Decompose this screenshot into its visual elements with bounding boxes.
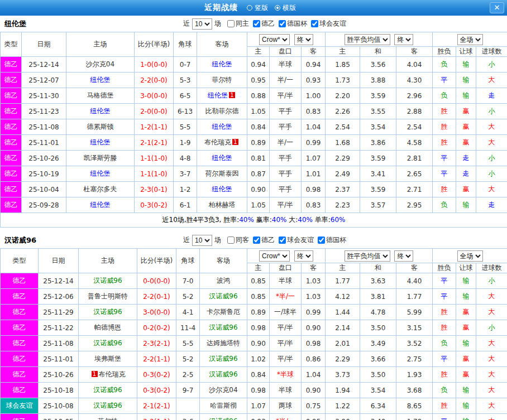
match-score: 3-0(0-0) — [137, 305, 176, 320]
asian-away-odds: 1.03 — [302, 273, 326, 289]
checkbox-input[interactable] — [253, 20, 260, 27]
match-row: 德乙25-10-19纽伦堡1-1(1-0)3-7荷尔斯泰因0.87平手1.012… — [1, 166, 507, 182]
layout-radio-option[interactable]: 竖版 — [247, 3, 268, 13]
league-type-badge: 德乙 — [1, 289, 39, 305]
match-date: 25-11-08 — [39, 336, 79, 351]
result-wdl: 胜 — [433, 104, 456, 119]
handicap-line: 半/一 — [270, 135, 302, 151]
subcol-goals-result: 进球数 — [476, 47, 507, 57]
bookmaker-select[interactable]: Crow* — [259, 250, 290, 262]
euro-away-odds: 2.95 — [396, 197, 433, 213]
home-team-cell: 帕德博恩 — [79, 320, 137, 336]
checkbox-input[interactable] — [227, 20, 235, 27]
euro-avg-select[interactable]: 胜平负均值 — [345, 250, 390, 262]
radio-icon[interactable] — [247, 5, 252, 11]
layout-radio-group: 竖版横版 — [247, 3, 303, 13]
result-wdl: 胜 — [433, 398, 456, 414]
checkbox-input[interactable] — [279, 20, 286, 27]
asian-away-odds: 1.00 — [302, 88, 326, 104]
filter-checkbox[interactable]: 球会友谊 — [311, 19, 346, 28]
euro-avg-select[interactable]: 胜平负均值 — [345, 34, 390, 45]
close-button[interactable]: ✕ — [490, 2, 504, 13]
summary-stat-value: 60% — [331, 216, 346, 224]
euro-home-odds: 1.77 — [326, 273, 360, 289]
asian-away-odds: 0.95 — [302, 414, 326, 420]
filter-checkbox[interactable]: 德国杯 — [318, 235, 346, 245]
filter-checkbox[interactable]: 德乙 — [253, 19, 275, 28]
away-team-cell: 纽伦堡 — [197, 151, 247, 166]
euro-away-odds: 8.65 — [396, 398, 433, 414]
team-name: 纽伦堡 — [212, 123, 232, 131]
team-name: 纽伦堡 — [90, 201, 111, 209]
home-team-cell: 德累斯顿 — [66, 119, 135, 135]
subcol-handicap-result: 让球 — [456, 263, 476, 273]
match-row: 德乙25-11-08汉诺威962-3(2-1)5-5达姆施塔特0.90平/半0.… — [1, 336, 507, 351]
match-count-select[interactable]: 10 — [192, 235, 212, 246]
scope-select[interactable]: 全场 — [457, 34, 483, 45]
league-type-badge: 德乙 — [1, 367, 39, 383]
match-date: 25-12-07 — [22, 73, 66, 88]
filter-checkbox[interactable]: 球会友谊 — [279, 235, 314, 245]
match-row: 德乙25-12-06普鲁士明斯特2-2(0-1)5-2汉诺威960.85*半/一… — [1, 289, 507, 305]
euro-draw-odds: 4.78 — [360, 305, 396, 320]
filter-checkbox[interactable]: 同主 — [227, 19, 249, 28]
layout-radio-option[interactable]: 横版 — [275, 3, 296, 13]
euro-final-select[interactable]: 终 — [394, 34, 413, 45]
team-name: 菲尔特 — [212, 76, 232, 84]
result-handicap: 输 — [456, 398, 476, 414]
match-score: 2-2(0-0) — [135, 73, 174, 88]
euro-home-odds: 2.29 — [326, 151, 360, 166]
asian-odds-header: Crow* 终 — [247, 249, 326, 263]
league-type-badge: 德乙 — [1, 336, 39, 351]
result-goals: 走 — [476, 197, 507, 213]
col-home: 主场 — [66, 32, 135, 57]
checkbox-input[interactable] — [311, 20, 318, 27]
result-goals: 大 — [476, 289, 507, 305]
match-count-select[interactable]: 10 — [192, 18, 212, 30]
handicap-line: 平/半 — [270, 197, 302, 213]
match-row: 德乙25-09-28纽伦堡0-3(0-2)6-1柏林赫塔1.05平/半0.832… — [1, 197, 507, 213]
radio-selected-icon[interactable] — [275, 5, 280, 11]
filter-checkbox[interactable]: 德乙 — [253, 235, 275, 245]
result-goals: 大 — [476, 182, 507, 197]
dialog-titlebar: 近期战绩 竖版横版 ✕ — [0, 0, 507, 16]
bookmaker-select[interactable]: Crow* — [259, 34, 290, 45]
home-team-cell: 纽伦堡 — [66, 104, 135, 119]
euro-home-odds: 3.73 — [326, 367, 360, 383]
result-wdl: 平 — [433, 351, 456, 367]
scope-select[interactable]: 全场 — [457, 250, 483, 262]
team2-filter-row: 汉诺威96 近 10 场 同客德乙球会友谊德国杯 — [0, 232, 507, 248]
match-score: 2-3(2-1) — [137, 336, 176, 351]
away-team-cell: 纽伦堡 — [197, 57, 247, 73]
asian-final-select[interactable]: 终 — [294, 250, 313, 262]
team-name: 纽伦堡 — [90, 76, 111, 84]
euro-away-odds: 2.65 — [396, 166, 433, 182]
subcol-euro-away: 客 — [396, 263, 433, 273]
match-row: 德乙25-11-30马格德堡3-0(0-0)6-5纽伦堡10.88平/半1.00… — [1, 88, 507, 104]
filter-checkbox[interactable]: 同客 — [227, 235, 249, 245]
match-score: 0-3(0-2) — [137, 367, 176, 383]
handicap-line: *半球 — [270, 367, 302, 383]
filter-checkbox[interactable]: 德国杯 — [279, 19, 307, 28]
home-team-cell: 马格德堡 — [66, 88, 135, 104]
checkbox-input[interactable] — [279, 236, 286, 244]
asian-away-odds: 1.07 — [302, 151, 326, 166]
match-score: 1-1(1-0) — [135, 166, 174, 182]
home-team-cell: 纽伦堡 — [66, 135, 135, 151]
asian-final-select[interactable]: 终 — [294, 34, 313, 45]
asian-away-odds: 0.93 — [302, 73, 326, 88]
col-date: 日期 — [22, 32, 66, 57]
checkbox-input[interactable] — [227, 236, 235, 244]
result-wdl: 负 — [433, 197, 456, 213]
away-team-cell: 汉诺威96 — [200, 367, 247, 383]
result-handicap: 输 — [456, 57, 476, 73]
red-card-badge: 1 — [232, 139, 238, 145]
league-type-badge: 德乙 — [1, 166, 22, 182]
checkbox-input[interactable] — [253, 236, 260, 244]
match-date: 25-10-04 — [22, 182, 66, 197]
result-goals: 大 — [476, 336, 507, 351]
checkbox-input[interactable] — [318, 236, 325, 244]
euro-final-select[interactable]: 终 — [394, 250, 413, 262]
match-row: 德乙25-10-05菲尔特2-2(1-1)3-6汉诺威960.93*半/一0.9… — [1, 414, 507, 420]
result-goals: 小 — [476, 104, 507, 119]
